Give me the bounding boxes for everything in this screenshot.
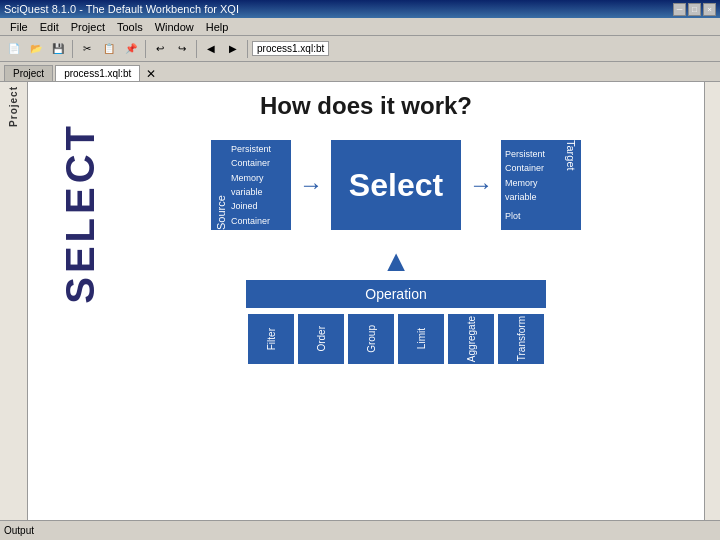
op-filter[interactable]: Filter [248,314,294,364]
arrow-right-2: → [469,171,493,199]
menu-project[interactable]: Project [65,19,111,35]
back-button[interactable]: ◀ [201,39,221,59]
close-tab-button[interactable]: ✕ [146,67,156,81]
status-bar: Output [0,520,720,540]
separator-1 [72,40,73,58]
page-title: How does it work? [48,92,684,120]
main-layout: Project SELECT How does it work? Source … [0,82,720,520]
toolbar: 📄 📂 💾 ✂ 📋 📌 ↩ ↪ ◀ ▶ process1.xql:bt [0,36,720,62]
menu-tools[interactable]: Tools [111,19,149,35]
source-item-4: variable [231,185,287,199]
operation-label: Operation [365,286,426,302]
op-group[interactable]: Group [348,314,394,364]
paste-button[interactable]: 📌 [121,39,141,59]
undo-button[interactable]: ↩ [150,39,170,59]
op-transform[interactable]: Transform [498,314,544,364]
open-button[interactable]: 📂 [26,39,46,59]
op-order[interactable]: Order [298,314,344,364]
separator-3 [196,40,197,58]
target-item-4: variable [505,190,561,204]
separator-2 [145,40,146,58]
source-item-2: Container [231,156,287,170]
status-output: Output [4,525,34,536]
select-label: Select [349,167,443,204]
source-item-5: Joined [231,199,287,213]
diagram-top-row: Source Persistent Container Memory varia… [211,140,581,230]
forward-button[interactable]: ▶ [223,39,243,59]
minimize-button[interactable]: ─ [673,3,686,16]
window-controls: ─ □ × [673,3,716,16]
left-sidebar: Project [0,82,28,520]
target-item-1: Persistent [505,147,561,161]
select-vertical-label: SELECT [58,122,103,304]
menu-bar: File Edit Project Tools Window Help [0,18,720,36]
select-box: Select [331,140,461,230]
operation-box: Operation [246,280,546,308]
source-item-1: Persistent [231,142,287,156]
save-button[interactable]: 💾 [48,39,68,59]
source-label: Source [215,140,227,230]
maximize-button[interactable]: □ [688,3,701,16]
cut-button[interactable]: ✂ [77,39,97,59]
menu-help[interactable]: Help [200,19,235,35]
source-box: Source Persistent Container Memory varia… [211,140,291,230]
arrow-right-1: → [299,171,323,199]
tab-process[interactable]: process1.xql:bt [55,65,140,81]
operation-items: Filter Order Group Limit Aggregate Trans… [246,314,546,364]
content-area: SELECT How does it work? Source Persiste… [28,82,704,520]
source-item-3: Memory [231,171,287,185]
op-aggregate[interactable]: Aggregate [448,314,494,364]
separator-4 [247,40,248,58]
menu-window[interactable]: Window [149,19,200,35]
menu-edit[interactable]: Edit [34,19,65,35]
target-label: Target [565,140,577,230]
op-limit[interactable]: Limit [398,314,444,364]
target-box: Persistent Container Memory variable Plo… [501,140,581,230]
close-button[interactable]: × [703,3,716,16]
target-item-3: Memory [505,176,561,190]
target-extra: Plot [505,209,561,223]
tab-project[interactable]: Project [4,65,53,81]
sidebar-label: Project [8,86,19,127]
source-item-6: Container [231,214,287,228]
copy-button[interactable]: 📋 [99,39,119,59]
app-title: SciQuest 8.1.0 - The Default Workbench f… [4,3,239,15]
redo-button[interactable]: ↪ [172,39,192,59]
file-label: process1.xql:bt [252,41,329,56]
tab-bar: Project process1.xql:bt ✕ [0,62,720,82]
title-bar: SciQuest 8.1.0 - The Default Workbench f… [0,0,720,18]
up-arrow: ▲ [381,246,411,276]
new-button[interactable]: 📄 [4,39,24,59]
diagram: Source Persistent Container Memory varia… [108,140,684,364]
target-item-2: Container [505,161,561,175]
right-sidebar [704,82,720,520]
menu-file[interactable]: File [4,19,34,35]
